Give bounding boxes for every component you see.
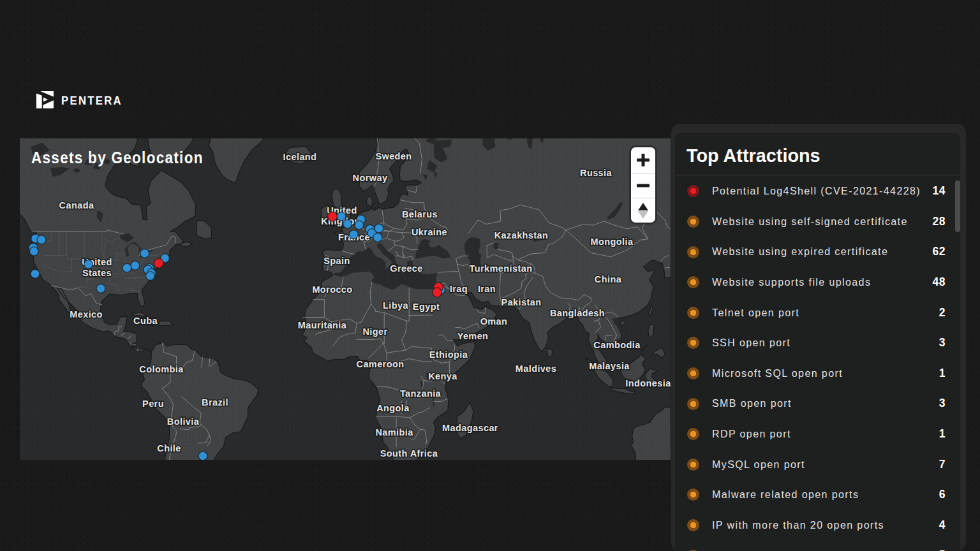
svg-text:Niger: Niger — [362, 327, 387, 337]
svg-text:Cambodia: Cambodia — [593, 340, 641, 350]
svg-text:States: States — [82, 268, 112, 278]
svg-text:Pakistan: Pakistan — [501, 297, 542, 307]
svg-text:Malaysia: Malaysia — [589, 361, 630, 371]
svg-text:Cameroon: Cameroon — [357, 359, 405, 369]
svg-text:Spain: Spain — [323, 256, 350, 266]
svg-text:Indonesia: Indonesia — [625, 378, 671, 388]
svg-text:Peru: Peru — [142, 399, 164, 409]
svg-text:Cuba: Cuba — [133, 316, 158, 326]
svg-text:Morocco: Morocco — [312, 284, 352, 295]
svg-text:Russia: Russia — [580, 168, 612, 178]
svg-text:Maldives: Maldives — [516, 364, 556, 374]
svg-text:China: China — [595, 274, 622, 284]
svg-text:Colombia: Colombia — [139, 364, 184, 374]
svg-text:Bangladesh: Bangladesh — [550, 308, 605, 318]
svg-text:Greece: Greece — [390, 263, 423, 274]
svg-text:Mauritania: Mauritania — [298, 320, 347, 330]
svg-text:Sweden: Sweden — [375, 151, 412, 161]
svg-text:Norway: Norway — [353, 173, 388, 183]
svg-text:South Africa: South Africa — [380, 448, 438, 459]
svg-text:Belarus: Belarus — [402, 209, 438, 219]
svg-text:Brazil: Brazil — [202, 397, 228, 408]
svg-text:Iraq: Iraq — [450, 284, 468, 294]
svg-text:Tanzania: Tanzania — [400, 388, 442, 399]
svg-text:Madagascar: Madagascar — [442, 423, 498, 433]
svg-text:Kazakhstan: Kazakhstan — [494, 230, 549, 240]
svg-text:Iran: Iran — [478, 284, 496, 294]
svg-text:Yemen: Yemen — [457, 331, 489, 341]
svg-text:Kenya: Kenya — [428, 371, 457, 381]
svg-text:Ukraine: Ukraine — [412, 227, 447, 237]
svg-text:Angola: Angola — [376, 403, 410, 413]
svg-text:Libya: Libya — [383, 300, 408, 311]
svg-text:Turkmenistan: Turkmenistan — [470, 263, 533, 274]
svg-text:Mongolia: Mongolia — [591, 237, 634, 247]
svg-text:Ethiopia: Ethiopia — [429, 349, 468, 360]
svg-text:Canada: Canada — [59, 200, 94, 210]
svg-text:Chile: Chile — [157, 443, 181, 453]
svg-text:Mexico: Mexico — [70, 309, 103, 320]
svg-text:Bolivia: Bolivia — [167, 416, 200, 427]
svg-text:Egypt: Egypt — [413, 302, 440, 312]
svg-text:Oman: Oman — [480, 316, 508, 327]
svg-text:Namibia: Namibia — [375, 427, 413, 437]
svg-text:Iceland: Iceland — [283, 152, 317, 162]
